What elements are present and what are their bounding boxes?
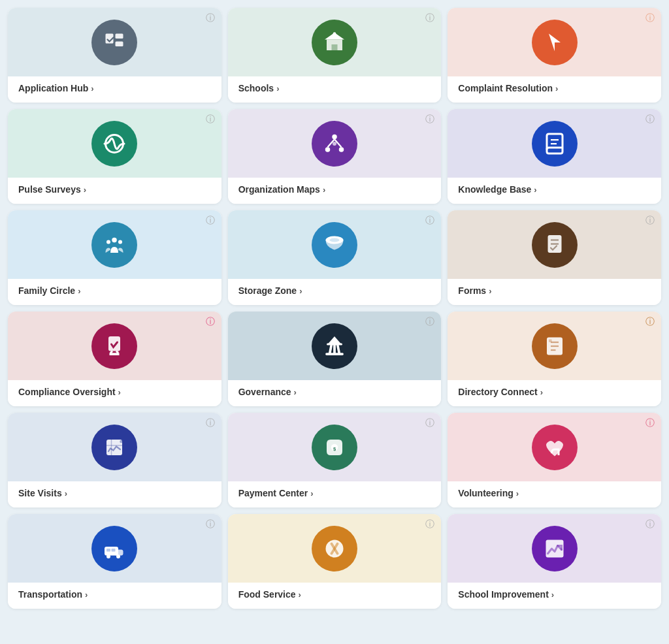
card-food-service[interactable]: ⓘ Food Service › [228, 514, 442, 609]
card-label-volunteering: Volunteering › [458, 488, 651, 498]
icon-circle-site-visits [91, 425, 137, 470]
svg-point-9 [332, 134, 337, 139]
card-organization-maps[interactable]: ⓘ Organization Maps › [228, 109, 442, 204]
chevron-icon-family-circle: › [78, 286, 80, 296]
icon-circle-knowledge-base [532, 121, 578, 167]
card-directory-connect[interactable]: ⓘ Directory Connect › [448, 312, 661, 406]
card-label-food-service: Food Service › [238, 589, 431, 600]
card-top-compliance-oversight: ⓘ [8, 312, 221, 380]
help-icon-directory-connect[interactable]: ⓘ [645, 317, 655, 326]
card-pulse-surveys[interactable]: ⓘ Pulse Surveys › [8, 109, 221, 204]
card-top-payment-center: ⓘ $ [228, 413, 442, 481]
help-icon-transportation[interactable]: ⓘ [206, 519, 215, 528]
card-bottom-compliance-oversight: Compliance Oversight › [8, 380, 221, 406]
svg-point-7 [333, 32, 336, 35]
icon-circle-governance [312, 323, 357, 369]
card-label-application-hub: Application Hub › [18, 83, 211, 93]
svg-rect-2 [116, 41, 123, 46]
card-storage-zone[interactable]: ⓘ Storage Zone › [228, 210, 442, 305]
help-icon-site-visits[interactable]: ⓘ [206, 418, 215, 427]
icon-circle-complaint-resolution [532, 20, 578, 65]
icon-circle-storage-zone [312, 222, 357, 268]
icon-circle-schools [312, 20, 357, 65]
help-icon-food-service[interactable]: ⓘ [425, 519, 434, 528]
card-top-schools: ⓘ [228, 8, 442, 76]
card-compliance-oversight[interactable]: ⓘ Compliance Oversight › [8, 312, 221, 406]
help-icon-volunteering[interactable]: ⓘ [645, 418, 655, 427]
icon-circle-forms [532, 222, 578, 268]
card-bottom-family-circle: Family Circle › [8, 279, 221, 305]
card-bottom-transportation: Transportation › [8, 583, 221, 609]
chevron-icon-directory-connect: › [540, 387, 543, 397]
card-bottom-governance: Governance › [228, 380, 442, 406]
help-icon-governance[interactable]: ⓘ [425, 317, 434, 326]
card-top-volunteering: ⓘ [448, 413, 661, 481]
svg-line-27 [116, 351, 118, 353]
help-icon-complaint-resolution[interactable]: ⓘ [645, 13, 655, 22]
card-top-complaint-resolution: ⓘ [448, 8, 661, 76]
card-complaint-resolution[interactable]: ⓘ Complaint Resolution › [448, 8, 661, 103]
svg-point-11 [339, 147, 344, 152]
card-bottom-knowledge-base: Knowledge Base › [448, 178, 661, 204]
card-volunteering[interactable]: ⓘ Volunteering › [448, 413, 661, 507]
svg-point-44 [106, 555, 110, 558]
help-icon-pulse-surveys[interactable]: ⓘ [206, 114, 215, 123]
help-icon-organization-maps[interactable]: ⓘ [425, 114, 434, 123]
card-family-circle[interactable]: ⓘ Family Circle › [8, 210, 221, 305]
card-forms[interactable]: ⓘ Forms › [448, 210, 661, 305]
svg-rect-47 [112, 549, 116, 552]
card-top-directory-connect: ⓘ [448, 312, 661, 380]
chevron-icon-complaint-resolution: › [555, 84, 558, 93]
svg-rect-46 [106, 549, 110, 552]
chevron-icon-school-improvement: › [551, 590, 554, 600]
card-school-improvement[interactable]: ⓘ School Improvement › [448, 514, 661, 609]
chevron-icon-food-service: › [299, 590, 301, 600]
help-icon-payment-center[interactable]: ⓘ [425, 418, 434, 427]
card-label-compliance-oversight: Compliance Oversight › [18, 387, 211, 397]
card-bottom-application-hub: Application Hub › [8, 76, 221, 103]
card-site-visits[interactable]: ⓘ Site Visits › [8, 413, 221, 507]
icon-circle-food-service [312, 526, 357, 572]
card-top-application-hub: ⓘ [8, 8, 221, 76]
svg-rect-25 [108, 336, 120, 351]
card-top-pulse-surveys: ⓘ [8, 109, 221, 178]
chevron-icon-schools: › [276, 84, 279, 93]
card-bottom-directory-connect: Directory Connect › [448, 380, 661, 406]
card-label-family-circle: Family Circle › [18, 285, 211, 296]
icon-circle-school-improvement [532, 526, 578, 572]
help-icon-knowledge-base[interactable]: ⓘ [645, 114, 655, 123]
card-label-organization-maps: Organization Maps › [238, 184, 431, 195]
svg-point-18 [106, 240, 110, 244]
svg-point-10 [325, 147, 331, 152]
help-icon-compliance-oversight[interactable]: ⓘ [206, 317, 215, 326]
help-icon-school-improvement[interactable]: ⓘ [645, 519, 655, 528]
card-bottom-school-improvement: School Improvement › [448, 583, 661, 609]
svg-point-19 [118, 240, 122, 244]
card-schools[interactable]: ⓘ Schools › [228, 8, 442, 103]
card-knowledge-base[interactable]: ⓘ Knowledge Base › [448, 109, 661, 204]
help-icon-forms[interactable]: ⓘ [645, 216, 655, 225]
chevron-icon-storage-zone: › [299, 286, 302, 296]
card-payment-center[interactable]: ⓘ $ Payment Center › [228, 413, 442, 507]
icon-circle-family-circle [91, 222, 137, 268]
card-bottom-payment-center: Payment Center › [228, 481, 442, 507]
chevron-icon-knowledge-base: › [534, 185, 536, 195]
card-top-knowledge-base: ⓘ [448, 109, 661, 178]
help-icon-storage-zone[interactable]: ⓘ [425, 216, 434, 225]
help-icon-application-hub[interactable]: ⓘ [206, 13, 215, 22]
card-label-transportation: Transportation › [18, 589, 211, 600]
card-bottom-volunteering: Volunteering › [448, 481, 661, 507]
card-transportation[interactable]: ⓘ Transportation › [8, 514, 221, 609]
help-icon-schools[interactable]: ⓘ [425, 13, 434, 22]
help-icon-family-circle[interactable]: ⓘ [206, 216, 215, 225]
svg-rect-5 [331, 44, 337, 50]
chevron-icon-volunteering: › [516, 489, 519, 498]
card-application-hub[interactable]: ⓘ Application Hub › [8, 8, 221, 103]
card-label-school-improvement: School Improvement › [458, 589, 651, 600]
card-top-organization-maps: ⓘ [228, 109, 442, 178]
svg-point-21 [329, 238, 339, 242]
svg-rect-35 [549, 339, 552, 342]
card-governance[interactable]: ⓘ Governance › [228, 312, 442, 406]
icon-circle-transportation [91, 526, 137, 572]
svg-line-26 [110, 351, 112, 353]
